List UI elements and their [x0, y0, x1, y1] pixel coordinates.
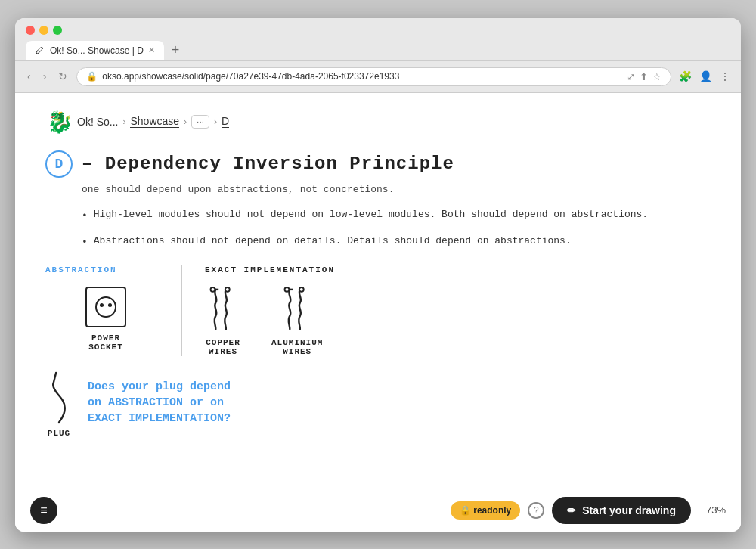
close-button[interactable]: [26, 26, 35, 35]
bookmark-icon[interactable]: ☆: [652, 71, 662, 82]
page-title: – Dependency Inversion Principle: [82, 154, 454, 174]
power-socket-label: POWER SOCKET: [88, 333, 123, 352]
bottom-bar: ≡ 🔒 readonly ? ✏ Start your drawing 73%: [15, 489, 741, 532]
extensions-icon[interactable]: 🧩: [677, 69, 693, 84]
profile-icon[interactable]: 👤: [698, 69, 714, 84]
maximize-button[interactable]: [53, 26, 62, 35]
bullet-dot-1: •: [82, 209, 88, 224]
svg-point-8: [299, 287, 304, 291]
breadcrumb-showcase-link[interactable]: Showcase: [130, 115, 179, 128]
svg-line-9: [53, 372, 56, 384]
app-logo: 🐉: [45, 108, 73, 135]
breadcrumb-current: D: [222, 115, 229, 128]
breadcrumb-sep-3: ›: [214, 116, 217, 127]
address-bar-container: 🔒 ⤢ ⬆ ☆: [76, 67, 671, 86]
aluminium-wires-label: ALUMINIUM WIRES: [271, 338, 323, 356]
forward-button[interactable]: ›: [40, 69, 50, 84]
new-tab-button[interactable]: +: [167, 41, 184, 60]
title-badge: D: [45, 150, 73, 178]
menu-button[interactable]: ≡: [30, 497, 57, 524]
breadcrumb-sep-2: ›: [184, 116, 187, 127]
bottom-section: PLUG Does your plug depend on ABSTRACTIO…: [45, 371, 711, 438]
page-title-section: D – Dependency Inversion Principle: [45, 150, 711, 178]
minimize-button[interactable]: [39, 26, 48, 35]
copper-wires-label: COPPER WIRES: [206, 338, 240, 356]
lock-icon: 🔒: [86, 71, 98, 82]
start-drawing-label: Start your drawing: [582, 504, 676, 516]
svg-text:🐉: 🐉: [47, 110, 73, 135]
traffic-lights: [26, 26, 730, 35]
back-button[interactable]: ‹: [24, 69, 34, 84]
readonly-badge: 🔒 readonly: [451, 501, 520, 520]
readonly-label: 🔒 readonly: [460, 505, 511, 516]
refresh-button[interactable]: ↻: [55, 69, 70, 84]
power-socket-icon: [85, 287, 126, 327]
socket-inner: [95, 296, 116, 318]
breadcrumb-ellipsis[interactable]: ···: [191, 115, 209, 129]
browser-toolbar: ‹ › ↻ 🔒 ⤢ ⬆ ☆ 🧩 👤 ⋮: [15, 61, 741, 93]
pencil-icon: ✏: [567, 504, 576, 516]
start-drawing-button[interactable]: ✏ Start your drawing: [552, 497, 691, 524]
bullet-text-1: High-level modules should not depend on …: [94, 207, 648, 224]
socket-dot-left: [100, 303, 104, 307]
power-socket-item: POWER SOCKET: [45, 287, 166, 352]
svg-point-4: [225, 287, 230, 291]
browser-tab[interactable]: 🖊 Ok! So... Showcase | D ✕: [26, 41, 164, 60]
aluminium-wire-icon: [279, 287, 315, 332]
aluminium-wires-item: ALUMINIUM WIRES: [271, 287, 323, 356]
zoom-level: 73%: [706, 504, 726, 516]
copper-wire-icon: [205, 287, 241, 332]
plug-label: PLUG: [48, 429, 70, 438]
bullet-item-2: • Abstractions should not depend on deta…: [82, 234, 711, 250]
breadcrumb-app-name: Ok! So...: [77, 116, 118, 128]
socket-dot-right: [108, 303, 112, 307]
page-content: 🐉 Ok! So... › Showcase › ··· › D D – Dep…: [15, 93, 741, 532]
bullet-item-1: • High-level modules should not depend o…: [82, 207, 711, 224]
bullet-list: • High-level modules should not depend o…: [82, 207, 711, 250]
help-button[interactable]: ?: [528, 502, 544, 519]
external-link-icon[interactable]: ⤢: [627, 71, 635, 82]
address-bar[interactable]: [102, 71, 622, 82]
share-icon[interactable]: ⬆: [640, 71, 648, 82]
plug-item: PLUG: [45, 371, 73, 438]
copper-wires-item: COPPER WIRES: [205, 287, 241, 356]
tab-close-icon[interactable]: ✕: [148, 45, 155, 55]
svg-point-3: [211, 287, 215, 291]
browser-titlebar: 🖊 Ok! So... Showcase | D ✕ +: [15, 18, 741, 61]
diagram-implementation-col: EXACT IMPLEMENTATION: [181, 265, 350, 356]
diagram-section: ABSTRACTION POWER SOCKET EXACT IMPLEMENT…: [45, 265, 711, 356]
browser-window: 🖊 Ok! So... Showcase | D ✕ + ‹ › ↻ 🔒 ⤢ ⬆…: [15, 18, 741, 532]
plug-icon: [45, 371, 73, 424]
breadcrumb-sep-1: ›: [122, 116, 125, 127]
abstraction-label: ABSTRACTION: [45, 265, 166, 274]
bullet-text-2: Abstractions should not depend on detail…: [94, 234, 572, 250]
page-subtitle: one should depend upon abstractions, not…: [82, 184, 711, 195]
question-text: Does your plug depend on ABSTRACTION or …: [88, 379, 239, 426]
bottom-right: 🔒 readonly ? ✏ Start your drawing 73%: [451, 497, 726, 524]
toolbar-icons: 🧩 👤 ⋮: [677, 69, 732, 84]
tab-title: Ok! So... Showcase | D: [50, 45, 144, 56]
tab-favicon: 🖊: [35, 45, 45, 56]
bullet-dot-2: •: [82, 235, 88, 250]
tabs-row: 🖊 Ok! So... Showcase | D ✕ +: [26, 41, 730, 60]
svg-point-7: [285, 287, 290, 291]
breadcrumb: 🐉 Ok! So... › Showcase › ··· › D: [45, 108, 711, 135]
implementation-label: EXACT IMPLEMENTATION: [205, 265, 335, 274]
more-options-icon[interactable]: ⋮: [718, 69, 732, 84]
diagram-abstraction-col: ABSTRACTION POWER SOCKET: [45, 265, 181, 356]
